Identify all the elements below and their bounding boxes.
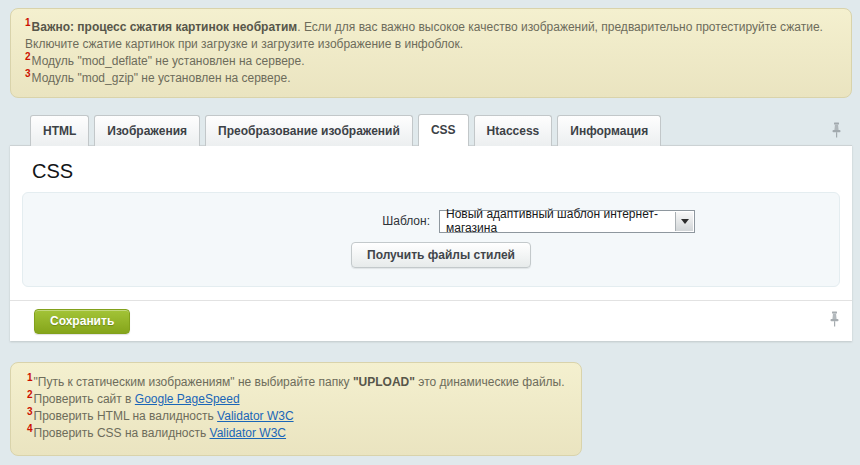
form-box: Шаблон: Новый адаптивный шаблон интернет…: [22, 192, 840, 287]
notice-item: 3Проверить HTML на валидность Validator …: [27, 408, 565, 425]
notice-item: 2Модуль "mod_deflate" не установлен на с…: [25, 53, 837, 70]
template-select-value: Новый адаптивный шаблон интернет-магазин…: [446, 207, 694, 235]
notice-marker: 2: [25, 51, 31, 62]
get-styles-row: Получить файлы стилей: [23, 242, 839, 268]
notice-text: Проверить CSS на валидность: [34, 426, 210, 440]
save-row: Сохранить: [10, 300, 852, 341]
notice-marker: 3: [25, 68, 31, 79]
notice-marker: 3: [27, 406, 33, 417]
tab-htaccess[interactable]: Htaccess: [474, 115, 553, 146]
get-style-files-button[interactable]: Получить файлы стилей: [351, 242, 531, 268]
google-pagespeed-link[interactable]: Google PageSpeed: [135, 392, 240, 406]
top-notice: 1Важно: процесс сжатия картинок необрати…: [10, 8, 852, 98]
pushpin-icon[interactable]: [831, 122, 842, 142]
notice-bold-text: Важно: процесс сжатия картинок необратим: [32, 20, 298, 34]
notice-item: 4Проверить CSS на валидность Validator W…: [27, 425, 565, 442]
notice-item: 3Модуль "mod_gzip" не установлен на серв…: [25, 70, 837, 87]
notice-text: "Путь к статическим изображениям" не выб…: [34, 375, 353, 389]
validator-w3c-css-link[interactable]: Validator W3C: [210, 426, 286, 440]
tab-images[interactable]: Изображения: [94, 115, 200, 146]
notice-item: 1"Путь к статическим изображениям" не вы…: [27, 374, 565, 391]
notice-item: 1Важно: процесс сжатия картинок необрати…: [25, 19, 837, 53]
notice-marker: 1: [25, 17, 31, 28]
notice-marker: 2: [27, 389, 33, 400]
validator-w3c-html-link[interactable]: Validator W3C: [217, 409, 293, 423]
template-row: Шаблон: Новый адаптивный шаблон интернет…: [23, 209, 839, 233]
tab-html[interactable]: HTML: [30, 115, 89, 146]
notice-text: Проверить сайт в: [34, 392, 135, 406]
page-title: CSS: [32, 160, 840, 183]
tab-strip: HTML Изображения Преобразование изображе…: [30, 114, 666, 146]
template-label: Шаблон:: [376, 214, 430, 228]
chevron-down-icon: [675, 212, 693, 231]
notice-marker: 1: [27, 372, 33, 383]
save-button[interactable]: Сохранить: [34, 309, 130, 334]
tab-image-transform[interactable]: Преобразование изображений: [205, 115, 413, 146]
settings-page: 1Важно: процесс сжатия картинок необрати…: [0, 0, 860, 465]
content-panel: CSS Шаблон: Новый адаптивный шаблон инте…: [10, 145, 852, 341]
pushpin-icon[interactable]: [829, 311, 840, 331]
notice-text: Модуль "mod_deflate" не установлен на се…: [32, 54, 305, 68]
notice-text: Проверить HTML на валидность: [34, 409, 218, 423]
notice-item: 2Проверить сайт в Google PageSpeed: [27, 391, 565, 408]
tab-bar: HTML Изображения Преобразование изображе…: [10, 114, 852, 146]
bottom-notice: 1"Путь к статическим изображениям" не вы…: [10, 362, 582, 456]
notice-bold-text: "UPLOAD": [353, 375, 415, 389]
notice-marker: 4: [27, 423, 33, 434]
tab-info[interactable]: Информация: [557, 115, 661, 146]
template-select[interactable]: Новый адаптивный шаблон интернет-магазин…: [439, 210, 695, 233]
notice-text: Модуль "mod_gzip" не установлен на серве…: [32, 71, 291, 85]
notice-text: это динамические файлы.: [415, 375, 565, 389]
tab-css[interactable]: CSS: [418, 114, 469, 146]
